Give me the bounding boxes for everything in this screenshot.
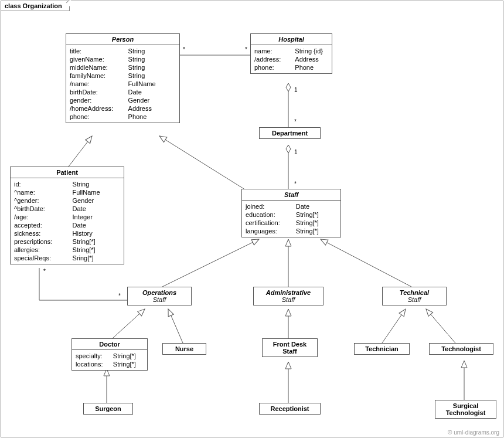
class-title: Department (260, 128, 320, 138)
mult: * (43, 268, 46, 274)
mult: * (183, 46, 185, 53)
class-title: Front Desk Staff (263, 339, 317, 356)
class-title: Technician (355, 344, 409, 354)
line2: Technologist (438, 409, 493, 416)
class-attrs: joined:education:certification:languages… (242, 201, 340, 237)
class-title: Administrative Staff (254, 287, 323, 305)
frame-title: class Organization (1, 1, 70, 11)
class-title: Staff (242, 189, 340, 201)
class-title: Receptionist (260, 403, 320, 414)
class-title: Nurse (163, 344, 206, 354)
class-technologist: Technologist (429, 343, 493, 355)
class-operations-staff: Operations Staff (127, 287, 192, 305)
svg-line-12 (426, 309, 455, 343)
mult: 1 (294, 87, 298, 93)
class-department: Department (259, 127, 321, 139)
class-hospital: Hospital name:/address:phone: String {id… (250, 33, 332, 74)
svg-line-5 (162, 239, 259, 287)
class-technician: Technician (354, 343, 410, 355)
line2: Staff (256, 296, 321, 303)
class-attrs: name:/address:phone: String {id}AddressP… (251, 45, 332, 73)
svg-line-3 (69, 136, 92, 167)
line2: Staff (130, 296, 189, 303)
line1: Administrative (266, 289, 311, 296)
line1: Surgical (453, 402, 478, 409)
class-surgical-technologist: Surgical Technologist (435, 400, 496, 419)
line1: Technical (400, 289, 429, 296)
line2: Staff (385, 296, 444, 303)
svg-line-8 (113, 309, 145, 338)
watermark: © uml-diagrams.org (448, 429, 499, 436)
line1: Front Desk (273, 341, 307, 348)
svg-line-4 (159, 136, 253, 195)
mult: * (245, 46, 247, 53)
class-title: Doctor (72, 339, 147, 350)
class-attrs: specialty:locations: String[*]String[*] (72, 350, 147, 370)
class-attrs: id:^name:^gender:^birthDate:/age:accepte… (11, 178, 124, 264)
class-doctor: Doctor specialty:locations: String[*]Str… (71, 338, 148, 371)
class-title: Surgical Technologist (435, 400, 496, 418)
class-administrative-staff: Administrative Staff (253, 287, 323, 305)
svg-line-9 (168, 309, 183, 343)
class-front-desk-staff: Front Desk Staff (262, 338, 318, 357)
class-title: Operations Staff (128, 287, 191, 305)
class-title: Hospital (251, 34, 332, 45)
mult: * (294, 181, 297, 187)
class-title: Person (66, 34, 179, 45)
mult: * (294, 118, 297, 125)
svg-line-7 (321, 239, 411, 287)
class-title: Technologist (430, 344, 493, 354)
class-staff: Staff joined:education:certification:lan… (241, 189, 341, 237)
line2: Staff (265, 348, 315, 355)
class-title: Technical Staff (383, 287, 446, 305)
class-attrs: title:givenName:middleName:familyName:/n… (66, 45, 179, 123)
class-patient: Patient id:^name:^gender:^birthDate:/age… (10, 167, 124, 264)
class-title: Patient (11, 167, 124, 178)
mult: 1 (294, 149, 298, 155)
uml-frame: class Organization (1, 1, 503, 437)
class-receptionist: Receptionist (259, 403, 321, 415)
line1: Operations (142, 289, 176, 296)
mult: * (118, 293, 121, 299)
class-nurse: Nurse (162, 343, 206, 355)
class-surgeon: Surgeon (83, 403, 133, 415)
class-title: Surgeon (84, 403, 132, 414)
svg-line-11 (382, 309, 406, 343)
class-technical-staff: Technical Staff (382, 287, 447, 305)
class-person: Person title:givenName:middleName:family… (66, 33, 180, 123)
